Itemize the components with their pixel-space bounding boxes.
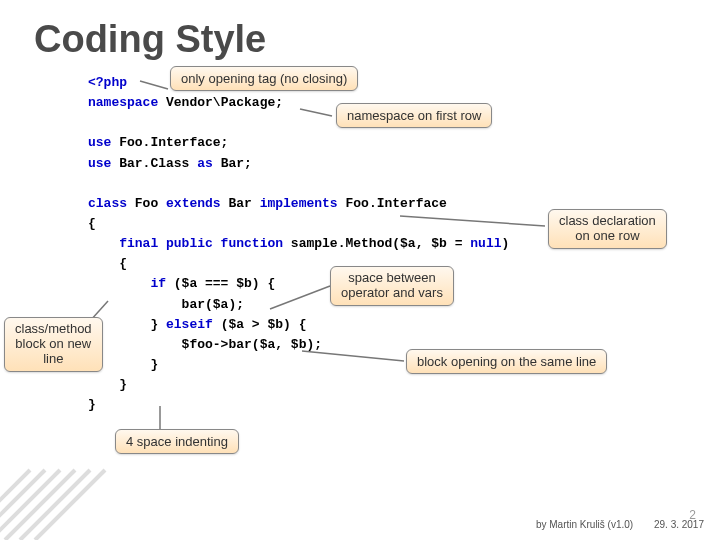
code-token: Bar.Class [111, 156, 197, 171]
callout-class-declaration: class declaration on one row [548, 209, 667, 249]
corner-hatching-icon [0, 450, 150, 540]
code-token: ($a > $b) { [213, 317, 307, 332]
callout-opening-tag: only opening tag (no closing) [170, 66, 358, 91]
footer: by Martin Kruliš (v1.0) 29. 3. 2017 2 [518, 519, 704, 530]
code-token: $foo->bar($a, $b); [88, 337, 322, 352]
code-token: Bar; [213, 156, 252, 171]
slide-number: 2 [689, 508, 696, 522]
code-token: use [88, 135, 111, 150]
code-token: } [88, 397, 96, 412]
code-token: if [88, 276, 166, 291]
svg-line-8 [5, 470, 75, 540]
code-token: implements [260, 196, 338, 211]
code-token: { [88, 256, 127, 271]
code-token: Foo.Interface [338, 196, 447, 211]
code-token: final public function [88, 236, 283, 251]
code-token: class [88, 196, 127, 211]
svg-line-9 [20, 470, 90, 540]
code-token: use [88, 156, 111, 171]
footer-author: by Martin Kruliš (v1.0) [536, 519, 633, 530]
code-token: <?php [88, 75, 127, 90]
code-token: Vendor\Package; [158, 95, 283, 110]
code-token: Foo [127, 196, 166, 211]
code-token: } [88, 377, 127, 392]
code-token: Bar [221, 196, 260, 211]
callout-block-same-line: block opening on the same line [406, 349, 607, 374]
code-token: sample.Method($a, $b = [283, 236, 470, 251]
code-token: extends [166, 196, 221, 211]
code-token: elseif [166, 317, 213, 332]
slide-title: Coding Style [0, 0, 720, 61]
callout-space-operator: space between operator and vars [330, 266, 454, 306]
code-token: ) [502, 236, 510, 251]
code-token: namespace [88, 95, 158, 110]
content-area: <?php namespace Vendor\Package; use Foo.… [0, 61, 720, 79]
code-token: null [470, 236, 501, 251]
code-token: as [197, 156, 213, 171]
callout-namespace: namespace on first row [336, 103, 492, 128]
callout-class-method-block: class/method block on new line [4, 317, 103, 372]
code-token: { [88, 216, 96, 231]
svg-line-10 [35, 470, 105, 540]
footer-date: 29. 3. 2017 [654, 519, 704, 530]
code-token: Foo.Interface; [111, 135, 228, 150]
code-token: bar($a); [88, 297, 244, 312]
code-token: ($a === $b) { [166, 276, 275, 291]
